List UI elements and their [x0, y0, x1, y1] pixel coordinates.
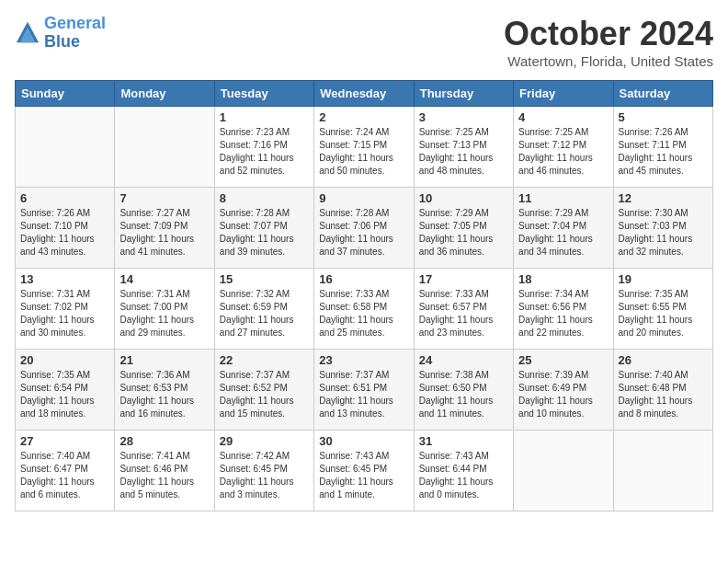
calendar-cell: 19Sunrise: 7:35 AMSunset: 6:55 PMDayligh…: [613, 269, 712, 350]
week-row-3: 13Sunrise: 7:31 AMSunset: 7:02 PMDayligh…: [16, 269, 713, 350]
calendar-cell: 21Sunrise: 7:36 AMSunset: 6:53 PMDayligh…: [115, 350, 214, 431]
day-info: Sunrise: 7:40 AMSunset: 6:48 PMDaylight:…: [619, 369, 708, 420]
weekday-row: SundayMondayTuesdayWednesdayThursdayFrid…: [16, 81, 713, 107]
calendar-cell: 4Sunrise: 7:25 AMSunset: 7:12 PMDaylight…: [514, 107, 613, 188]
day-info: Sunrise: 7:26 AMSunset: 7:11 PMDaylight:…: [619, 126, 708, 178]
title-area: October 2024 Watertown, Florida, United …: [504, 15, 713, 69]
logo: General Blue: [15, 15, 106, 52]
week-row-1: 1Sunrise: 7:23 AMSunset: 7:16 PMDaylight…: [16, 107, 713, 188]
weekday-header-sunday: Sunday: [16, 81, 115, 107]
day-number: 29: [220, 434, 309, 448]
day-number: 10: [419, 191, 508, 205]
day-info: Sunrise: 7:43 AMSunset: 6:44 PMDaylight:…: [419, 450, 508, 501]
day-info: Sunrise: 7:33 AMSunset: 6:57 PMDaylight:…: [419, 288, 508, 339]
day-info: Sunrise: 7:35 AMSunset: 6:55 PMDaylight:…: [619, 288, 708, 339]
day-number: 21: [119, 353, 209, 367]
calendar-cell: 12Sunrise: 7:30 AMSunset: 7:03 PMDayligh…: [613, 188, 712, 269]
day-info: Sunrise: 7:39 AMSunset: 6:49 PMDaylight:…: [518, 369, 608, 420]
calendar-cell: 14Sunrise: 7:31 AMSunset: 7:00 PMDayligh…: [115, 269, 214, 350]
day-number: 30: [319, 434, 408, 448]
calendar-cell: 9Sunrise: 7:28 AMSunset: 7:06 PMDaylight…: [314, 188, 414, 269]
calendar-cell: 1Sunrise: 7:23 AMSunset: 7:16 PMDaylight…: [214, 107, 313, 188]
day-number: 25: [518, 353, 608, 367]
day-info: Sunrise: 7:36 AMSunset: 6:53 PMDaylight:…: [119, 369, 209, 420]
calendar-cell: 25Sunrise: 7:39 AMSunset: 6:49 PMDayligh…: [514, 350, 613, 431]
day-info: Sunrise: 7:40 AMSunset: 6:47 PMDaylight:…: [20, 450, 109, 501]
day-number: 17: [419, 272, 508, 286]
logo-general: General: [44, 14, 106, 32]
weekday-header-tuesday: Tuesday: [214, 81, 313, 107]
day-number: 24: [419, 353, 508, 367]
day-info: Sunrise: 7:43 AMSunset: 6:45 PMDaylight:…: [319, 450, 408, 501]
calendar-header: SundayMondayTuesdayWednesdayThursdayFrid…: [16, 81, 713, 107]
day-info: Sunrise: 7:31 AMSunset: 7:00 PMDaylight:…: [119, 288, 209, 339]
day-info: Sunrise: 7:28 AMSunset: 7:07 PMDaylight:…: [220, 207, 309, 259]
day-number: 7: [119, 191, 209, 205]
day-number: 5: [619, 110, 708, 124]
day-info: Sunrise: 7:37 AMSunset: 6:51 PMDaylight:…: [319, 369, 408, 420]
day-number: 19: [619, 272, 708, 286]
day-number: 6: [20, 191, 109, 205]
calendar-cell: 11Sunrise: 7:29 AMSunset: 7:04 PMDayligh…: [514, 188, 613, 269]
day-info: Sunrise: 7:41 AMSunset: 6:46 PMDaylight:…: [119, 450, 209, 501]
day-number: 20: [20, 353, 109, 367]
calendar-table: SundayMondayTuesdayWednesdayThursdayFrid…: [15, 80, 713, 511]
weekday-header-thursday: Thursday: [414, 81, 513, 107]
day-info: Sunrise: 7:27 AMSunset: 7:09 PMDaylight:…: [119, 207, 209, 259]
calendar-cell: 18Sunrise: 7:34 AMSunset: 6:56 PMDayligh…: [514, 269, 613, 350]
weekday-header-wednesday: Wednesday: [314, 81, 414, 107]
day-info: Sunrise: 7:30 AMSunset: 7:03 PMDaylight:…: [619, 207, 708, 259]
calendar-cell: 23Sunrise: 7:37 AMSunset: 6:51 PMDayligh…: [314, 350, 414, 431]
day-info: Sunrise: 7:24 AMSunset: 7:15 PMDaylight:…: [319, 126, 408, 178]
calendar-cell: 3Sunrise: 7:25 AMSunset: 7:13 PMDaylight…: [414, 107, 513, 188]
calendar-cell: 8Sunrise: 7:28 AMSunset: 7:07 PMDaylight…: [214, 188, 313, 269]
calendar-cell: [16, 107, 115, 188]
day-number: 15: [220, 272, 309, 286]
calendar-cell: 31Sunrise: 7:43 AMSunset: 6:44 PMDayligh…: [414, 431, 513, 511]
day-info: Sunrise: 7:25 AMSunset: 7:13 PMDaylight:…: [419, 126, 508, 178]
weekday-header-monday: Monday: [115, 81, 214, 107]
calendar-cell: 2Sunrise: 7:24 AMSunset: 7:15 PMDaylight…: [314, 107, 414, 188]
calendar-cell: 20Sunrise: 7:35 AMSunset: 6:54 PMDayligh…: [16, 350, 115, 431]
calendar-cell: 7Sunrise: 7:27 AMSunset: 7:09 PMDaylight…: [115, 188, 214, 269]
day-number: 31: [419, 434, 508, 448]
calendar-cell: 22Sunrise: 7:37 AMSunset: 6:52 PMDayligh…: [214, 350, 313, 431]
calendar-cell: 30Sunrise: 7:43 AMSunset: 6:45 PMDayligh…: [314, 431, 414, 511]
calendar-cell: 15Sunrise: 7:32 AMSunset: 6:59 PMDayligh…: [214, 269, 313, 350]
calendar-cell: 13Sunrise: 7:31 AMSunset: 7:02 PMDayligh…: [16, 269, 115, 350]
day-info: Sunrise: 7:25 AMSunset: 7:12 PMDaylight:…: [518, 126, 608, 178]
day-info: Sunrise: 7:33 AMSunset: 6:58 PMDaylight:…: [319, 288, 408, 339]
day-number: 12: [619, 191, 708, 205]
calendar-cell: 10Sunrise: 7:29 AMSunset: 7:05 PMDayligh…: [414, 188, 513, 269]
month-title: October 2024: [504, 15, 713, 53]
day-info: Sunrise: 7:32 AMSunset: 6:59 PMDaylight:…: [220, 288, 309, 339]
day-number: 1: [220, 110, 309, 124]
day-number: 11: [518, 191, 608, 205]
calendar-cell: 27Sunrise: 7:40 AMSunset: 6:47 PMDayligh…: [16, 431, 115, 511]
day-info: Sunrise: 7:26 AMSunset: 7:10 PMDaylight:…: [20, 207, 109, 259]
day-number: 27: [20, 434, 109, 448]
day-number: 14: [119, 272, 209, 286]
calendar-cell: 28Sunrise: 7:41 AMSunset: 6:46 PMDayligh…: [115, 431, 214, 511]
day-number: 13: [20, 272, 109, 286]
day-info: Sunrise: 7:35 AMSunset: 6:54 PMDaylight:…: [20, 369, 109, 420]
calendar-cell: 6Sunrise: 7:26 AMSunset: 7:10 PMDaylight…: [16, 188, 115, 269]
day-number: 22: [220, 353, 309, 367]
calendar-cell: 29Sunrise: 7:42 AMSunset: 6:45 PMDayligh…: [214, 431, 313, 511]
week-row-2: 6Sunrise: 7:26 AMSunset: 7:10 PMDaylight…: [16, 188, 713, 269]
calendar-cell: [514, 431, 613, 511]
calendar-cell: 24Sunrise: 7:38 AMSunset: 6:50 PMDayligh…: [414, 350, 513, 431]
logo-blue: Blue: [44, 32, 80, 51]
location: Watertown, Florida, United States: [504, 53, 713, 69]
calendar-cell: 5Sunrise: 7:26 AMSunset: 7:11 PMDaylight…: [613, 107, 712, 188]
day-info: Sunrise: 7:42 AMSunset: 6:45 PMDaylight:…: [220, 450, 309, 501]
calendar-cell: 17Sunrise: 7:33 AMSunset: 6:57 PMDayligh…: [414, 269, 513, 350]
day-info: Sunrise: 7:23 AMSunset: 7:16 PMDaylight:…: [220, 126, 309, 178]
day-number: 28: [119, 434, 209, 448]
logo-icon: [15, 20, 40, 46]
day-number: 8: [220, 191, 309, 205]
week-row-5: 27Sunrise: 7:40 AMSunset: 6:47 PMDayligh…: [16, 431, 713, 511]
day-info: Sunrise: 7:29 AMSunset: 7:05 PMDaylight:…: [419, 207, 508, 259]
calendar-cell: 16Sunrise: 7:33 AMSunset: 6:58 PMDayligh…: [314, 269, 414, 350]
day-info: Sunrise: 7:28 AMSunset: 7:06 PMDaylight:…: [319, 207, 408, 259]
